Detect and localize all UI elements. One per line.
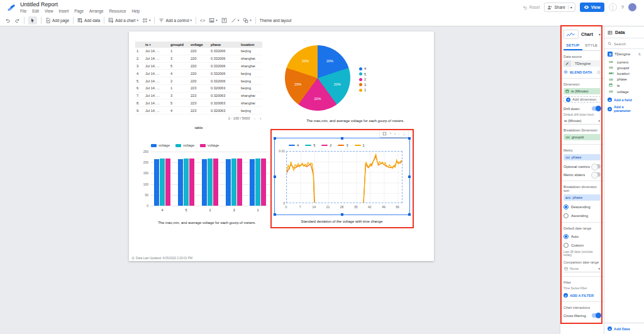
next-page-icon[interactable]: › <box>260 116 261 120</box>
text-button[interactable] <box>221 18 227 23</box>
field-current[interactable]: 123current <box>604 59 644 65</box>
prev-page-icon[interactable]: ‹ <box>254 116 255 120</box>
bar[interactable] <box>231 159 236 206</box>
col-header-index[interactable] <box>135 42 144 48</box>
field-search[interactable]: Search <box>604 38 644 49</box>
bar[interactable] <box>165 159 170 206</box>
bar[interactable] <box>226 159 231 206</box>
datasource-row[interactable]: TDengine ⇅ <box>604 49 644 59</box>
table-row[interactable]: 4.Jul 14, ...42200.332006beijing <box>135 70 262 77</box>
selection-handle[interactable] <box>408 175 411 178</box>
redo-button[interactable] <box>14 18 20 23</box>
line-chart[interactable]: 45231 0.01 0 0714212835424956 <box>274 138 410 215</box>
table-row[interactable]: 3.Jul 14, ...52200.332006shanghai <box>135 62 262 70</box>
drill-down-toggle[interactable] <box>592 106 601 111</box>
table-row[interactable]: 5.Jul 14, ...22200.332006beijing <box>135 77 262 85</box>
menu-insert[interactable]: Insert <box>59 9 69 13</box>
add-chart-button[interactable]: Add a chart▾ <box>108 18 138 23</box>
table-row[interactable]: 6.Jul 14, ...12230.320063beijing <box>135 84 262 92</box>
selection-handle[interactable] <box>408 137 411 140</box>
tab-style[interactable]: STYLE <box>582 43 601 50</box>
avatar[interactable] <box>628 3 636 11</box>
report-title[interactable]: Untitled Report <box>20 1 58 8</box>
add-filter-button[interactable]: + ADD A FILTER <box>564 293 601 298</box>
shape-tool-button[interactable]: ▾ <box>243 18 252 23</box>
bar[interactable] <box>154 159 159 206</box>
add-page-button[interactable]: Add page <box>45 18 69 23</box>
share-button[interactable]: Share ▾ <box>544 3 575 12</box>
selection-handle[interactable] <box>341 213 343 216</box>
bar[interactable] <box>213 159 218 206</box>
embed-button[interactable]: <> <box>200 18 205 23</box>
bar[interactable] <box>184 159 189 206</box>
drill-level-select[interactable]: ts (Minute) ▾ <box>564 118 601 125</box>
col-header-location[interactable]: location <box>240 42 262 48</box>
data-studio-logo-icon[interactable] <box>6 3 16 13</box>
add-parameter-button[interactable]: + Add a parameter <box>604 105 644 113</box>
bar[interactable] <box>250 159 255 206</box>
table-header[interactable]: ts ▾groupidvoltagephaselocation <box>135 42 262 48</box>
menu-arrange[interactable]: Arrange <box>89 9 103 13</box>
table-row[interactable]: 2.Jul 14, ...32200.332006shanghai <box>135 55 262 62</box>
sort-ascending-option[interactable]: Ascending <box>564 213 601 218</box>
table-row[interactable]: 1.Jul 14, ...12200.332006beijing <box>135 48 262 55</box>
bar[interactable] <box>202 159 207 206</box>
table-row[interactable]: 9.Jul 14, ...42230.320063beijing <box>135 107 262 114</box>
table-row[interactable]: 8.Jul 14, ...52230.320063shanghai <box>135 99 262 107</box>
menu-file[interactable]: File <box>20 9 26 13</box>
selection-handle[interactable] <box>274 213 276 216</box>
bar-group[interactable] <box>154 159 171 206</box>
menu-resource[interactable]: Resource <box>109 9 126 13</box>
col-header-groupid[interactable]: groupid <box>169 42 189 48</box>
field-location[interactable]: ABClocation <box>604 70 644 76</box>
share-caret[interactable]: ▾ <box>568 5 572 9</box>
field-ts[interactable]: ts <box>604 82 644 89</box>
bar[interactable] <box>237 159 242 206</box>
bar[interactable] <box>208 159 213 206</box>
more-options-button[interactable]: ⋮ <box>609 3 617 11</box>
collapse-fields-icon[interactable]: ⇅ <box>638 52 641 56</box>
reset-button[interactable]: Reset <box>523 5 540 10</box>
menu-help[interactable]: Help <box>131 9 140 13</box>
image-button[interactable]: ▾ <box>209 18 218 23</box>
community-viz-button[interactable]: ▾ <box>142 18 151 23</box>
date-custom-option[interactable]: Custom <box>564 243 601 248</box>
bar[interactable] <box>189 159 194 206</box>
menu-edit[interactable]: Edit <box>32 9 39 13</box>
move-down-icon[interactable]: ↓ <box>394 131 396 135</box>
help-icon[interactable]: ? <box>621 4 624 10</box>
bar-group[interactable] <box>250 159 267 206</box>
field-voltage[interactable]: 123voltage <box>604 89 644 94</box>
bar-group[interactable] <box>178 159 195 206</box>
breakdown-dimension-chip[interactable]: 123 groupid <box>564 134 601 140</box>
chart-type-selector[interactable]: Chart ▾ <box>564 30 601 39</box>
add-control-button[interactable]: Add a control▾ <box>158 18 192 23</box>
date-auto-option[interactable]: Auto <box>564 234 601 239</box>
table-chart[interactable]: ts ▾groupidvoltagephaselocation 1.Jul 14… <box>135 42 262 130</box>
data-source-chip[interactable]: TDengine <box>564 60 601 67</box>
move-up-icon[interactable]: ↑ <box>389 131 391 135</box>
table-row[interactable]: 7.Jul 14, ...32230.320063shanghai <box>135 92 262 99</box>
bar[interactable] <box>255 159 260 206</box>
report-canvas[interactable]: ts ▾groupidvoltagephaselocation 1.Jul 14… <box>129 31 434 261</box>
selection-handle[interactable] <box>341 137 343 140</box>
blend-data-button[interactable]: BLEND DATA <box>564 70 601 74</box>
selection-handle[interactable] <box>408 213 411 216</box>
col-header-phase[interactable]: phase <box>209 42 240 48</box>
pie-chart[interactable]: 20%20%20%20%20% 45231 The max,min, and a… <box>280 42 431 125</box>
line-tool-button[interactable]: ▾ <box>231 18 240 23</box>
add-dimension-button[interactable]: + Add dimension <box>564 96 601 103</box>
dimension-chip[interactable]: ts (Minute) <box>564 88 601 94</box>
undo-button[interactable] <box>5 18 11 23</box>
add-data-button[interactable]: Add data <box>77 18 100 23</box>
cross-filtering-toggle[interactable] <box>592 313 601 318</box>
chart-type-caret-icon[interactable]: ▾ <box>599 32 601 36</box>
bar[interactable] <box>261 159 266 206</box>
chart-swap-icon[interactable] <box>382 131 387 136</box>
add-field-button[interactable]: + Add a field <box>604 97 644 102</box>
selection-handle[interactable] <box>274 175 276 178</box>
col-header-ts[interactable]: ts ▾ <box>144 42 169 48</box>
col-header-voltage[interactable]: voltage <box>189 42 209 48</box>
selection-handle[interactable] <box>274 137 276 140</box>
field-groupid[interactable]: 123groupid <box>604 65 644 70</box>
